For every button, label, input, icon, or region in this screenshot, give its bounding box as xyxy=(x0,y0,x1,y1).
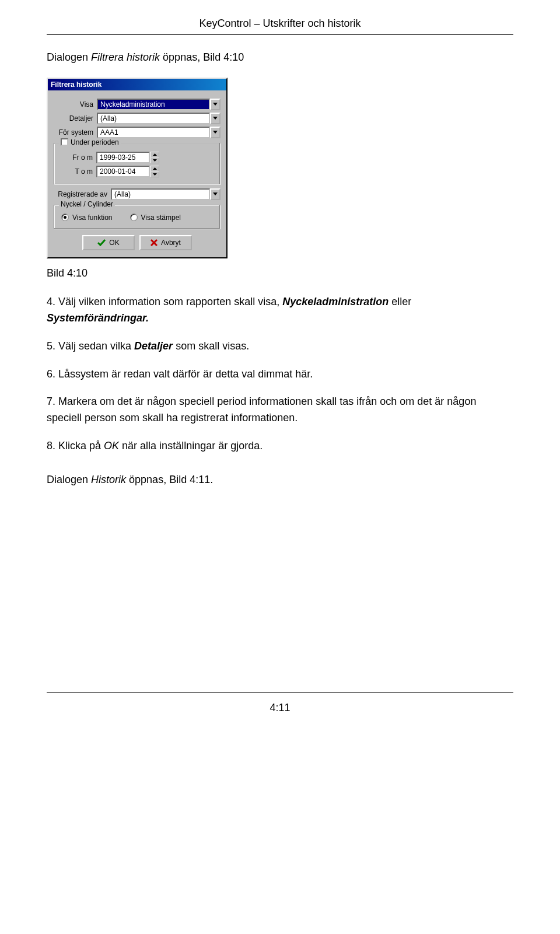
combo-for-system-dropdown-button[interactable] xyxy=(210,127,220,138)
step4-mid: eller xyxy=(388,296,411,307)
step-4: 4. Välj vilken information som rapporten… xyxy=(47,294,513,327)
intro-suffix: öppnas, Bild 4:10 xyxy=(160,51,244,63)
group-nyckel-cylinder: Nyckel / Cylinder Visa funktion Visa stä… xyxy=(54,205,220,229)
legend-under-perioden: Under perioden xyxy=(59,138,121,146)
label-to: T o m xyxy=(59,167,96,176)
row-visa: Visa Nyckeladministration xyxy=(54,99,220,110)
chevron-down-icon xyxy=(213,131,218,134)
header-divider xyxy=(47,34,513,35)
chevron-down-icon xyxy=(213,103,218,106)
spinner-to-down[interactable] xyxy=(150,172,159,177)
combo-visa-dropdown-button[interactable] xyxy=(210,99,220,110)
combo-detaljer-dropdown-button[interactable] xyxy=(210,113,220,124)
footer-divider xyxy=(47,692,513,693)
step-5: 5. Välj sedan vilka Detaljer som skall v… xyxy=(47,338,513,355)
spinner-to xyxy=(150,166,159,177)
combo-registrerade-value: (Alla) xyxy=(111,188,210,200)
combo-detaljer-value: (Alla) xyxy=(97,113,210,124)
combo-for-system-value: AAA1 xyxy=(97,127,210,138)
spinner-from-down[interactable] xyxy=(150,158,159,163)
intro-prefix: Dialogen xyxy=(47,51,91,63)
radio-label-funktion: Visa funktion xyxy=(72,214,113,222)
combo-for-system[interactable]: AAA1 xyxy=(97,127,220,138)
row-from: Fr o m 1999-03-25 xyxy=(59,152,215,163)
intro-dialog-name: Filtrera historik xyxy=(91,51,160,63)
radio-visa-stampel[interactable]: Visa stämpel xyxy=(130,214,181,222)
radio-label-stampel: Visa stämpel xyxy=(141,214,181,222)
outro-pre: Dialogen xyxy=(47,474,91,485)
radio-visa-funktion[interactable]: Visa funktion xyxy=(61,214,113,222)
radio-dot-funktion xyxy=(61,214,69,221)
combo-registrerade[interactable]: (Alla) xyxy=(111,188,220,200)
label-visa: Visa xyxy=(54,100,97,109)
label-detaljer: Detaljer xyxy=(54,114,97,123)
date-from-wrap: 1999-03-25 xyxy=(96,152,159,163)
row-detaljer: Detaljer (Alla) xyxy=(54,113,220,124)
figure-caption: Bild 4:10 xyxy=(47,267,513,279)
step-6: 6. Låssystem är redan valt därför är det… xyxy=(47,366,513,383)
ok-button[interactable]: OK xyxy=(82,235,135,250)
check-icon xyxy=(97,239,106,246)
spinner-from xyxy=(150,152,159,163)
combo-registrerade-dropdown-button[interactable] xyxy=(210,188,220,200)
outro-post: öppnas, Bild 4:11. xyxy=(126,474,213,485)
step4-pre: 4. Välj vilken information som rapporten… xyxy=(47,296,282,307)
label-from: Fr o m xyxy=(59,153,96,162)
input-to-date[interactable]: 2000-01-04 xyxy=(96,166,150,177)
legend-text-under-perioden: Under perioden xyxy=(71,138,119,146)
radio-row: Visa funktion Visa stämpel xyxy=(59,211,215,224)
chevron-down-icon xyxy=(213,117,218,120)
row-for-system: För system AAA1 xyxy=(54,127,220,138)
outro-paragraph: Dialogen Historik öppnas, Bild 4:11. xyxy=(47,472,513,488)
chevron-down-icon xyxy=(153,173,157,176)
radio-dot-stampel xyxy=(130,214,138,221)
page-header: KeyControl – Utskrifter och historik xyxy=(47,18,513,30)
group-under-perioden: Under perioden Fr o m 1999-03-25 T o m xyxy=(54,143,220,185)
step5-em: Detaljer xyxy=(134,340,173,352)
step8-em: OK xyxy=(104,440,119,452)
chevron-up-icon xyxy=(153,167,157,170)
page-number: 4:11 xyxy=(47,702,513,714)
cancel-button-label: Avbryt xyxy=(161,239,181,247)
combo-visa[interactable]: Nyckeladministration xyxy=(97,99,220,110)
close-icon xyxy=(150,239,158,246)
cancel-button[interactable]: Avbryt xyxy=(139,235,192,250)
chevron-up-icon xyxy=(153,153,157,156)
chevron-down-icon xyxy=(153,159,157,162)
filter-dialog: Filtrera historik Visa Nyckeladministrat… xyxy=(47,78,228,258)
spinner-from-up[interactable] xyxy=(150,152,159,158)
step4-em1: Nyckeladministration xyxy=(282,296,388,307)
step4-em2: Systemförändringar. xyxy=(47,312,149,324)
checkbox-under-perioden[interactable] xyxy=(61,138,68,146)
step-8: 8. Klicka på OK när alla inställningar ä… xyxy=(47,438,513,454)
step-7: 7. Markera om det är någon speciell peri… xyxy=(47,394,513,426)
step8-pre: 8. Klicka på xyxy=(47,440,104,452)
chevron-down-icon xyxy=(213,193,218,196)
button-row: OK Avbryt xyxy=(54,235,220,250)
row-registrerade: Registrerade av (Alla) xyxy=(54,188,220,200)
spinner-to-up[interactable] xyxy=(150,166,159,172)
input-from-date[interactable]: 1999-03-25 xyxy=(96,152,150,163)
label-for-system: För system xyxy=(54,128,97,137)
dialog-titlebar: Filtrera historik xyxy=(48,79,226,90)
row-to: T o m 2000-01-04 xyxy=(59,166,215,177)
combo-detaljer[interactable]: (Alla) xyxy=(97,113,220,124)
step5-pre: 5. Välj sedan vilka xyxy=(47,340,134,352)
combo-visa-value: Nyckeladministration xyxy=(97,99,210,110)
intro-paragraph: Dialogen Filtrera historik öppnas, Bild … xyxy=(47,50,513,66)
ok-button-label: OK xyxy=(109,239,119,247)
dialog-body: Visa Nyckeladministration Detaljer (Alla… xyxy=(48,90,226,257)
date-to-wrap: 2000-01-04 xyxy=(96,166,159,177)
label-registrerade: Registrerade av xyxy=(54,190,111,198)
step8-post: när alla inställningar är gjorda. xyxy=(119,440,262,452)
step5-post: som skall visas. xyxy=(173,340,249,352)
legend-text-nyckel: Nyckel / Cylinder xyxy=(61,200,113,208)
outro-em: Historik xyxy=(91,474,126,485)
legend-nyckel-cylinder: Nyckel / Cylinder xyxy=(59,200,115,208)
